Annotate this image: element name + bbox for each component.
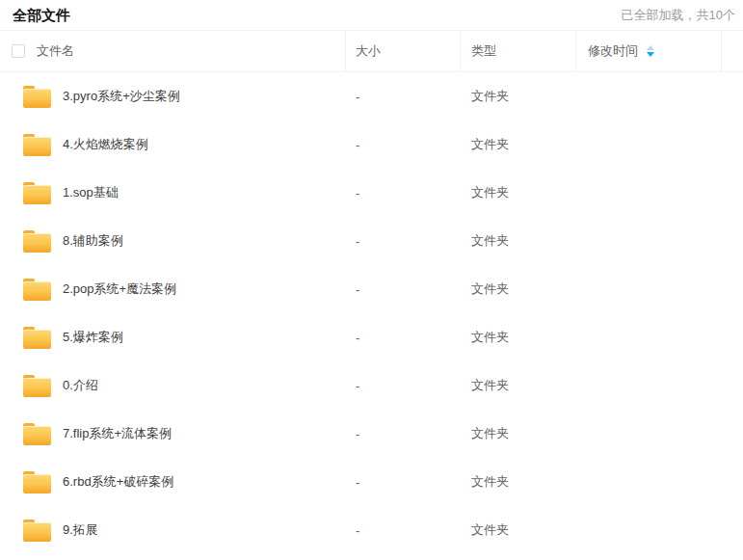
- file-name[interactable]: 6.rbd系统+破碎案例: [63, 473, 173, 491]
- name-cell: 3.pyro系统+沙尘案例: [0, 86, 345, 108]
- table-row[interactable]: 8.辅助案例 - 文件夹: [0, 217, 743, 265]
- page-title: 全部文件: [13, 7, 70, 24]
- file-list: 3.pyro系统+沙尘案例 - 文件夹 4.火焰燃烧案例 - 文件夹 1.sop…: [0, 72, 743, 554]
- file-type: 文件夹: [460, 280, 575, 298]
- table-row[interactable]: 3.pyro系统+沙尘案例 - 文件夹: [0, 72, 743, 120]
- table-row[interactable]: 2.pop系统+魔法案例 - 文件夹: [0, 265, 743, 313]
- name-cell: 7.flip系统+流体案例: [0, 423, 345, 445]
- table-row[interactable]: 0.介绍 - 文件夹: [0, 361, 743, 410]
- file-type: 文件夹: [460, 232, 575, 250]
- sort-caret-up-icon: [647, 45, 654, 50]
- column-header-size: 大小: [345, 31, 460, 71]
- file-name[interactable]: 1.sop基础: [63, 184, 119, 201]
- file-name[interactable]: 3.pyro系统+沙尘案例: [63, 88, 180, 105]
- file-size: -: [345, 186, 460, 200]
- folder-icon[interactable]: [23, 279, 51, 301]
- folder-icon[interactable]: [23, 182, 51, 204]
- folder-icon[interactable]: [23, 327, 51, 349]
- file-size: -: [345, 282, 460, 297]
- table-row[interactable]: 7.flip系统+流体案例 - 文件夹: [0, 410, 743, 458]
- select-all-checkbox[interactable]: [12, 44, 25, 58]
- file-type: 文件夹: [460, 329, 575, 346]
- sort-caret-icon[interactable]: [647, 45, 654, 57]
- folder-icon[interactable]: [23, 423, 51, 445]
- name-cell: 4.火焰燃烧案例: [0, 134, 345, 156]
- list-header: 文件名 大小 类型 修改时间: [0, 30, 743, 72]
- column-header-type: 类型: [460, 31, 575, 71]
- folder-icon[interactable]: [23, 375, 51, 397]
- file-name[interactable]: 0.介绍: [63, 377, 98, 394]
- file-size: -: [345, 138, 460, 152]
- page-header: 全部文件 已全部加载，共10个: [0, 0, 743, 30]
- file-name[interactable]: 2.pop系统+魔法案例: [63, 280, 176, 298]
- column-label-type[interactable]: 类型: [471, 42, 496, 60]
- file-type: 文件夹: [460, 521, 575, 539]
- table-row[interactable]: 4.火焰燃烧案例 - 文件夹: [0, 120, 743, 169]
- file-type: 文件夹: [460, 473, 575, 491]
- table-row[interactable]: 1.sop基础 - 文件夹: [0, 169, 743, 217]
- name-cell: 9.拓展: [0, 520, 345, 542]
- table-row[interactable]: 5.爆炸案例 - 文件夹: [0, 313, 743, 361]
- column-header-name: 文件名: [0, 31, 345, 71]
- file-name[interactable]: 7.flip系统+流体案例: [63, 425, 172, 442]
- file-type: 文件夹: [460, 136, 575, 153]
- file-size: -: [345, 234, 460, 249]
- file-size: -: [345, 379, 460, 393]
- folder-icon[interactable]: [23, 520, 51, 542]
- table-row[interactable]: 9.拓展 - 文件夹: [0, 506, 743, 554]
- folder-icon[interactable]: [23, 86, 51, 108]
- name-cell: 1.sop基础: [0, 182, 345, 204]
- folder-icon[interactable]: [23, 134, 51, 156]
- file-type: 文件夹: [460, 184, 575, 201]
- column-header-modified: 修改时间: [575, 31, 721, 71]
- folder-icon[interactable]: [23, 230, 51, 253]
- name-cell: 0.介绍: [0, 375, 345, 397]
- name-cell: 6.rbd系统+破碎案例: [0, 471, 345, 493]
- file-type: 文件夹: [460, 377, 575, 394]
- load-status: 已全部加载，共10个: [622, 7, 735, 23]
- name-cell: 8.辅助案例: [0, 230, 345, 253]
- file-name[interactable]: 9.拓展: [63, 521, 98, 539]
- name-cell: 5.爆炸案例: [0, 327, 345, 349]
- folder-icon[interactable]: [23, 471, 51, 493]
- file-size: -: [345, 427, 460, 441]
- file-size: -: [345, 90, 460, 104]
- file-type: 文件夹: [460, 425, 575, 442]
- column-label-modified[interactable]: 修改时间: [588, 42, 638, 60]
- table-row[interactable]: 6.rbd系统+破碎案例 - 文件夹: [0, 458, 743, 506]
- column-label-name[interactable]: 文件名: [37, 42, 74, 60]
- file-size: -: [345, 331, 460, 345]
- file-name[interactable]: 5.爆炸案例: [63, 329, 123, 346]
- column-label-size[interactable]: 大小: [356, 42, 381, 60]
- column-header-spacer: [721, 31, 743, 71]
- file-size: -: [345, 523, 460, 538]
- file-size: -: [345, 475, 460, 490]
- file-type: 文件夹: [460, 88, 575, 105]
- sort-caret-down-icon: [647, 52, 654, 57]
- file-name[interactable]: 4.火焰燃烧案例: [63, 136, 148, 153]
- name-cell: 2.pop系统+魔法案例: [0, 279, 345, 301]
- file-name[interactable]: 8.辅助案例: [63, 232, 123, 250]
